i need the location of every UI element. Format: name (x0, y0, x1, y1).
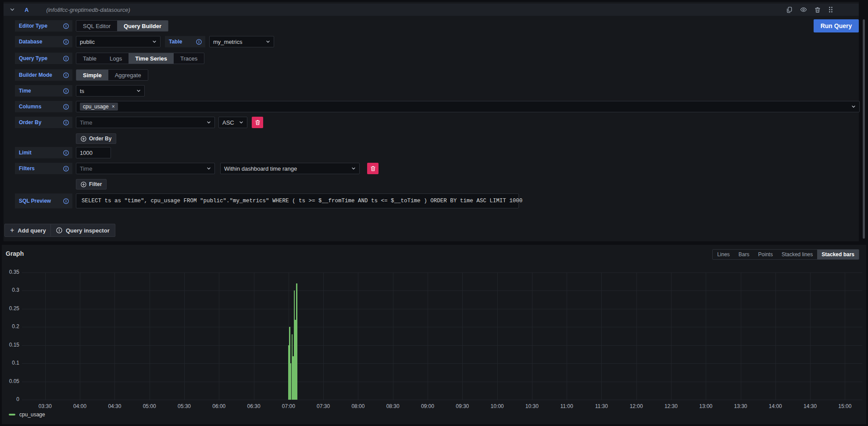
builder-mode-option-simple[interactable]: Simple (76, 70, 108, 80)
chevron-down-icon (152, 39, 157, 44)
filter-field-select[interactable]: Time (76, 163, 215, 174)
plus-circle-icon (81, 182, 86, 187)
tab-lines[interactable]: Lines (713, 250, 734, 259)
gridline (22, 345, 862, 346)
editor-type-option-query-builder[interactable]: Query Builder (117, 21, 168, 31)
x-tick-label: 08:30 (386, 403, 400, 409)
info-icon[interactable] (63, 23, 69, 29)
legend-item-cpu-usage[interactable]: cpu_usage (9, 412, 45, 418)
x-tick-label: 07:30 (317, 403, 330, 409)
add-order-by-button[interactable]: Order By (76, 133, 116, 144)
gridline (775, 272, 776, 400)
query-type-option-time-series[interactable]: Time Series (129, 53, 174, 64)
grafana-query-page: A (info8fcc-greptimedb-datasource) Run Q… (0, 0, 868, 426)
info-icon[interactable] (63, 166, 69, 172)
time-label: Time (15, 85, 72, 97)
database-select[interactable]: public (76, 36, 161, 47)
editor-type-option-sql-editor[interactable]: SQL Editor (76, 21, 117, 31)
time-column-select[interactable]: ts (76, 85, 145, 97)
graph-title: Graph (6, 250, 24, 257)
x-tick-label: 14:30 (804, 403, 817, 409)
add-query-button[interactable]: Add query (4, 224, 52, 237)
builder-mode-option-aggregate[interactable]: Aggregate (108, 70, 148, 80)
x-tick-label: 06:00 (212, 403, 225, 409)
bar (296, 283, 297, 400)
sql-preview-label: SQL Preview (15, 193, 72, 208)
info-icon[interactable] (63, 72, 69, 78)
x-tick-label: 04:00 (73, 403, 86, 409)
query-inspector-button[interactable]: Query inspector (50, 224, 115, 237)
query-header[interactable]: A (info8fcc-greptimedb-datasource) (4, 4, 859, 16)
info-icon[interactable] (63, 88, 69, 94)
remove-filter-button[interactable] (367, 163, 379, 174)
info-icon[interactable] (63, 198, 69, 204)
database-label: Database (15, 36, 72, 47)
remove-tag-icon[interactable] (112, 104, 115, 109)
info-icon[interactable] (63, 150, 69, 156)
query-type-option-traces[interactable]: Traces (174, 53, 204, 64)
gridline (462, 272, 463, 400)
gridline (601, 272, 602, 400)
column-tag-cpu-usage: cpu_usage (80, 103, 118, 111)
tab-stacked-bars[interactable]: Stacked bars (817, 250, 859, 259)
add-filter-button[interactable]: Filter (76, 179, 107, 190)
row-query-type: Query Type Table Logs Time Series Traces (4, 53, 859, 64)
duplicate-query-icon[interactable] (786, 7, 793, 13)
gridline (497, 272, 498, 400)
row-editor-type: Editor Type SQL Editor Query Builder (4, 20, 859, 32)
row-columns: Columns cpu_usage (4, 101, 859, 112)
gridline (80, 272, 80, 400)
gridline (358, 272, 358, 400)
gridline (22, 272, 862, 273)
chevron-down-icon (207, 166, 211, 171)
legend-series-label: cpu_usage (19, 412, 45, 418)
table-select[interactable]: my_metrics (209, 36, 274, 47)
gridline (810, 272, 811, 400)
limit-label: Limit (15, 147, 72, 158)
x-tick-label: 09:00 (421, 403, 434, 409)
gridline (532, 272, 532, 400)
tab-bars[interactable]: Bars (734, 250, 754, 259)
gridline (22, 309, 862, 309)
drag-handle-icon[interactable] (828, 6, 833, 13)
y-tick-label: 0.35 (2, 269, 19, 275)
info-icon[interactable] (63, 104, 69, 110)
filters-label: Filters (15, 163, 72, 174)
editor-scrollbar[interactable] (863, 19, 865, 239)
remove-order-by-button[interactable] (252, 117, 263, 128)
order-by-label: Order By (15, 117, 72, 128)
y-tick-label: 0.3 (2, 287, 19, 293)
y-tick-label: 0.1 (2, 360, 19, 366)
limit-input[interactable]: 1000 (76, 147, 111, 158)
columns-multiselect[interactable]: cpu_usage (76, 101, 860, 112)
y-tick-label: 0.15 (2, 342, 19, 348)
collapse-chevron-icon[interactable] (10, 7, 15, 12)
builder-mode-toggle: Simple Aggregate (76, 69, 148, 81)
tab-points[interactable]: Points (754, 250, 777, 259)
chevron-down-icon (851, 104, 856, 109)
x-tick-label: 04:30 (108, 403, 121, 409)
plot-area (22, 272, 862, 400)
query-header-actions (786, 4, 833, 16)
gridline (22, 290, 862, 291)
info-icon[interactable] (63, 56, 69, 61)
columns-label: Columns (15, 101, 72, 112)
gridline (567, 272, 567, 400)
order-by-field-select[interactable]: Time (76, 117, 215, 128)
datasource-name: (info8fcc-greptimedb-datasource) (46, 7, 130, 13)
query-ref-letter: A (25, 7, 29, 13)
order-by-direction-select[interactable]: ASC (218, 117, 247, 128)
query-type-option-table[interactable]: Table (76, 53, 103, 64)
tab-stacked-lines[interactable]: Stacked lines (777, 250, 817, 259)
filter-range-select[interactable]: Within dashboard time range (220, 163, 360, 174)
gridline (114, 272, 115, 400)
hide-response-icon[interactable] (800, 6, 807, 13)
info-icon[interactable] (196, 39, 202, 45)
query-type-option-logs[interactable]: Logs (103, 53, 129, 64)
info-icon[interactable] (63, 120, 69, 125)
x-tick-label: 06:30 (247, 403, 261, 409)
editor-type-label: Editor Type (15, 20, 72, 32)
gridline (150, 272, 150, 400)
delete-query-icon[interactable] (814, 7, 821, 13)
info-icon[interactable] (63, 39, 69, 45)
